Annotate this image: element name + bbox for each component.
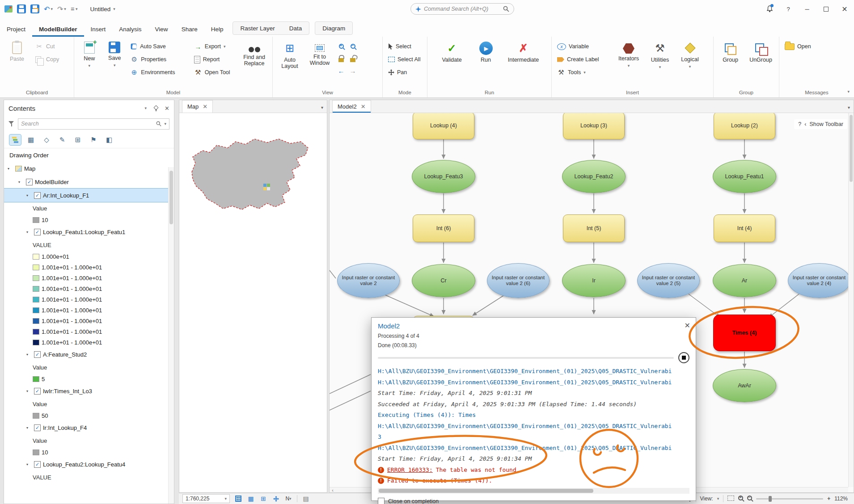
- tree-item[interactable]: 1.001e+01 - 1.000e+01: [4, 337, 174, 348]
- layer-checkbox[interactable]: ✓: [34, 424, 41, 431]
- tree-item[interactable]: 50: [4, 410, 174, 421]
- tab-analysis[interactable]: Analysis: [112, 26, 148, 37]
- variable-button[interactable]: xVariable: [554, 41, 612, 52]
- open-tool-button[interactable]: Open Tool: [191, 67, 237, 78]
- symbol-swatch[interactable]: [33, 413, 39, 419]
- tree-item[interactable]: Value: [4, 434, 174, 447]
- tree-item[interactable]: ▾✓A:Feature_Stud2: [4, 348, 174, 361]
- model-vertical-scrollbar[interactable]: [848, 113, 854, 487]
- paste-button[interactable]: Paste: [3, 39, 31, 89]
- twisty-icon[interactable]: ▾: [26, 389, 32, 393]
- filter-icon[interactable]: [8, 121, 14, 126]
- tree-item[interactable]: ▾✓Lookup_Featu2:Lookup_Featu4: [4, 458, 174, 471]
- twisty-icon[interactable]: ▾: [26, 230, 32, 234]
- symbol-swatch[interactable]: [33, 217, 39, 223]
- map-view[interactable]: [179, 113, 327, 492]
- new-model-button[interactable]: New▾: [77, 39, 101, 89]
- tree-item[interactable]: ▾✓Ar:Int_Lookup_F1: [4, 189, 174, 202]
- run-model-button[interactable]: ▶ Run: [474, 39, 498, 89]
- tree-item[interactable]: VALUE: [4, 239, 174, 251]
- list-by-source-button[interactable]: ▦: [25, 134, 37, 145]
- model-tab-menu-chevron[interactable]: ▾: [848, 105, 850, 110]
- tree-item[interactable]: VALUE: [4, 471, 174, 483]
- tree-item[interactable]: ▾✓Lookup_Featu1:Lookup_Featu1: [4, 225, 174, 239]
- map-tab[interactable]: Map✕: [182, 100, 213, 113]
- layer-checkbox[interactable]: ✓: [34, 229, 41, 235]
- model-node[interactable]: Int (5): [563, 214, 625, 242]
- scrollbar-thumb[interactable]: [379, 489, 593, 493]
- view-chevron[interactable]: ▾: [717, 496, 719, 501]
- pan-button[interactable]: Pan: [385, 67, 423, 78]
- tree-item[interactable]: Value: [4, 361, 174, 374]
- tree-item[interactable]: 10: [4, 447, 174, 458]
- layer-checkbox[interactable]: ✓: [26, 179, 33, 185]
- log-line[interactable]: H:\All\BZU\GEOI3390_Environment\GEOI3390…: [378, 366, 689, 377]
- collapse-ribbon-button[interactable]: ▾: [847, 89, 850, 94]
- log-line[interactable]: H:\All\BZU\GEOI3390_Environment\GEOI3390…: [378, 421, 689, 432]
- contents-scrollbar[interactable]: [168, 167, 174, 504]
- model-node[interactable]: Input raster or constant value 2 (5): [637, 263, 700, 298]
- symbol-swatch[interactable]: [33, 265, 39, 270]
- scroll-left-icon[interactable]: ‹: [330, 487, 336, 493]
- model-node[interactable]: Lookup (4): [413, 113, 474, 139]
- tab-view[interactable]: View: [148, 26, 175, 37]
- cut-button[interactable]: Cut: [33, 41, 62, 52]
- tree-item[interactable]: 1.001e+01 - 1.000e+01: [4, 315, 174, 326]
- redo-button[interactable]: ↷▾: [57, 5, 66, 13]
- create-label-button[interactable]: Create Label: [554, 54, 612, 65]
- open-messages-button[interactable]: Open: [782, 41, 814, 52]
- log-line[interactable]: H:\All\BZU\GEOI3390_Environment\GEOI3390…: [378, 377, 689, 388]
- fit-to-window-button[interactable]: Fit to Window: [305, 39, 334, 89]
- auto-layout-button[interactable]: Auto Layout: [275, 39, 304, 89]
- symbol-swatch[interactable]: [33, 340, 39, 345]
- tree-item[interactable]: 1.001e+01 - 1.000e+01: [4, 305, 174, 315]
- list-by-snapping-button[interactable]: ⊞: [72, 134, 84, 145]
- tab-project[interactable]: Project: [0, 26, 32, 37]
- list-by-editing-button[interactable]: ✎: [56, 134, 68, 145]
- dialog-log[interactable]: H:\All\BZU\GEOI3390_Environment\GEOI3390…: [378, 366, 689, 487]
- symbol-swatch[interactable]: [33, 297, 39, 302]
- help-icon[interactable]: ?: [798, 121, 801, 127]
- log-line[interactable]: H:\All\BZU\GEOI3390_Environment\GEOI3390…: [378, 443, 689, 454]
- lock-button[interactable]: [338, 55, 344, 63]
- symbol-swatch[interactable]: [33, 307, 39, 313]
- tree-item[interactable]: ▾✓IwIr:Times_Int_Lo3: [4, 384, 174, 398]
- zoom-out-button[interactable]: −: [747, 496, 752, 502]
- model-node[interactable]: Input raster or constant value 2 (6): [487, 263, 550, 298]
- map-tab-close-icon[interactable]: ✕: [203, 103, 207, 110]
- model-node[interactable]: Cr: [412, 264, 475, 297]
- save-model-button[interactable]: Save▾: [103, 39, 126, 89]
- intermediate-button[interactable]: Intermediate: [504, 39, 543, 89]
- page-icon[interactable]: ▤: [302, 495, 310, 503]
- snapping-icon[interactable]: ⊞: [259, 495, 267, 503]
- model-node[interactable]: Lookup_Featu2: [562, 160, 626, 193]
- symbol-swatch[interactable]: [33, 449, 39, 455]
- tree-item[interactable]: 1.000e+01: [4, 251, 174, 262]
- zoom-percentage[interactable]: 112%: [834, 496, 848, 502]
- zoom-slider[interactable]: [756, 498, 823, 500]
- model2-tab[interactable]: Model2✕: [332, 100, 371, 113]
- tab-modelbuilder[interactable]: ModelBuilder: [32, 26, 84, 37]
- validate-button[interactable]: Validate: [436, 39, 468, 89]
- help-button[interactable]: ?: [779, 0, 798, 18]
- tab-raster-layer[interactable]: Raster Layer: [233, 25, 282, 32]
- save-project-button[interactable]: [17, 4, 26, 13]
- model-node[interactable]: Lookup (3): [563, 113, 625, 139]
- find-and-replace-button[interactable]: Find and Replace: [239, 39, 270, 89]
- contents-menu-button[interactable]: ▾: [145, 106, 147, 110]
- properties-button[interactable]: Properties: [127, 54, 190, 65]
- twisty-icon[interactable]: ▾: [26, 353, 32, 357]
- twisty-icon[interactable]: ▾: [26, 193, 32, 197]
- select-all-button[interactable]: Select All: [385, 54, 423, 65]
- model-node[interactable]: Ar: [713, 264, 776, 297]
- model2-tab-close-icon[interactable]: ✕: [361, 103, 366, 110]
- zoom-in-button[interactable]: +: [339, 43, 344, 50]
- list-by-symbology-button[interactable]: ◧: [103, 134, 115, 145]
- command-search[interactable]: [410, 3, 514, 15]
- tools-button[interactable]: Tools▾: [554, 67, 612, 78]
- maximize-button[interactable]: [816, 0, 835, 18]
- tree-item[interactable]: Value: [4, 398, 174, 410]
- pin-icon[interactable]: [153, 105, 158, 111]
- model-node[interactable]: Ir: [562, 264, 626, 297]
- tree-item[interactable]: 1.001e+01 - 1.000e+01: [4, 326, 174, 337]
